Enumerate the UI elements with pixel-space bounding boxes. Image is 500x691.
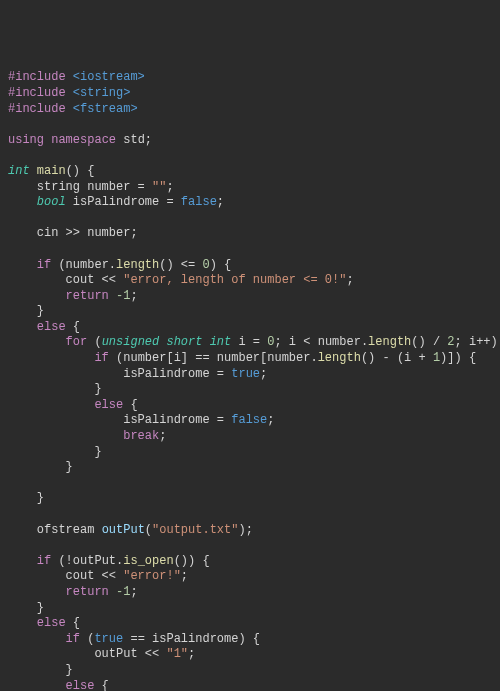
punct: ()) { xyxy=(174,554,210,568)
code: () <= xyxy=(159,258,202,272)
keyword-if: if xyxy=(37,554,51,568)
code: isPalindrome = xyxy=(8,367,231,381)
punct: ; xyxy=(159,429,166,443)
keyword-if: if xyxy=(37,258,51,272)
code: () - (i + xyxy=(361,351,433,365)
string: "1" xyxy=(166,647,188,661)
keyword-return: return xyxy=(66,289,116,303)
code: string number = xyxy=(8,180,152,194)
bool-true: true xyxy=(94,632,123,646)
punct: )]) { xyxy=(440,351,476,365)
method-length: length xyxy=(116,258,159,272)
type-ushort: unsigned short int xyxy=(102,335,232,349)
type-int: int xyxy=(8,164,37,178)
indent xyxy=(8,335,66,349)
punct: ; xyxy=(260,367,267,381)
code: isPalindrome = xyxy=(66,195,181,209)
string: "error!" xyxy=(123,569,181,583)
punct: ; xyxy=(130,289,137,303)
keyword-else: else xyxy=(37,320,66,334)
method-isopen: is_open xyxy=(123,554,173,568)
code: (number. xyxy=(51,258,116,272)
method-length: length xyxy=(368,335,411,349)
preproc: #include xyxy=(8,102,73,116)
punct: ( xyxy=(87,335,101,349)
punct: { xyxy=(94,679,108,691)
namespace-name: std; xyxy=(123,133,152,147)
indent xyxy=(8,398,94,412)
code: cin >> number; xyxy=(8,226,138,240)
indent xyxy=(8,351,94,365)
brace: } xyxy=(8,304,44,318)
punct: ( xyxy=(80,632,94,646)
brace: } xyxy=(8,445,102,459)
keyword-for: for xyxy=(66,335,88,349)
code: cout << xyxy=(8,273,123,287)
code: i = xyxy=(231,335,267,349)
include-header: <string> xyxy=(73,86,131,100)
code: (number[i] == number[number. xyxy=(109,351,318,365)
indent xyxy=(8,632,66,646)
punct: ; xyxy=(346,273,353,287)
method-length: length xyxy=(318,351,361,365)
indent xyxy=(8,554,37,568)
keyword-namespace: namespace xyxy=(51,133,123,147)
brace: } xyxy=(8,601,44,615)
punct: ; i++) { xyxy=(455,335,500,349)
indent xyxy=(8,429,123,443)
type-bool: bool xyxy=(37,195,66,209)
keyword-if: if xyxy=(94,351,108,365)
func-main: main xyxy=(37,164,66,178)
indent xyxy=(8,585,66,599)
punct: () { xyxy=(66,164,95,178)
indent xyxy=(8,320,37,334)
punct: ; xyxy=(217,195,224,209)
punct: ; xyxy=(166,180,173,194)
number: 2 xyxy=(447,335,454,349)
include-header: <iostream> xyxy=(73,70,145,84)
include-header: <fstream> xyxy=(73,102,138,116)
indent xyxy=(8,195,37,209)
var-output: outPut xyxy=(102,523,145,537)
preproc: #include xyxy=(8,70,73,84)
brace: } xyxy=(8,460,73,474)
number: -1 xyxy=(116,585,130,599)
brace: } xyxy=(8,663,73,677)
string: "error, length of number <= 0!" xyxy=(123,273,346,287)
code: outPut << xyxy=(8,647,166,661)
punct: ; xyxy=(267,413,274,427)
keyword-else: else xyxy=(37,616,66,630)
brace: } xyxy=(8,382,102,396)
keyword-else: else xyxy=(66,679,95,691)
number: -1 xyxy=(116,289,130,303)
punct: { xyxy=(66,320,80,334)
number: 0 xyxy=(202,258,209,272)
keyword-break: break xyxy=(123,429,159,443)
indent xyxy=(8,289,66,303)
code: () / xyxy=(411,335,447,349)
string: "" xyxy=(152,180,166,194)
code: == isPalindrome) { xyxy=(123,632,260,646)
indent xyxy=(8,258,37,272)
code-editor[interactable]: #include <iostream> #include <string> #i… xyxy=(8,70,492,691)
punct: ( xyxy=(145,523,152,537)
punct: { xyxy=(66,616,80,630)
punct: ; xyxy=(188,647,195,661)
indent xyxy=(8,616,37,630)
brace: } xyxy=(8,491,44,505)
keyword-else: else xyxy=(94,398,123,412)
string: "output.txt" xyxy=(152,523,238,537)
indent xyxy=(8,679,66,691)
keyword-return: return xyxy=(66,585,116,599)
punct: ) { xyxy=(210,258,232,272)
code: cout << xyxy=(8,569,123,583)
code: isPalindrome = xyxy=(8,413,231,427)
bool-true: true xyxy=(231,367,260,381)
punct: ); xyxy=(238,523,252,537)
bool-false: false xyxy=(181,195,217,209)
punct: ; xyxy=(130,585,137,599)
punct: { xyxy=(123,398,137,412)
code: ofstream xyxy=(8,523,102,537)
keyword-if: if xyxy=(66,632,80,646)
keyword-using: using xyxy=(8,133,51,147)
